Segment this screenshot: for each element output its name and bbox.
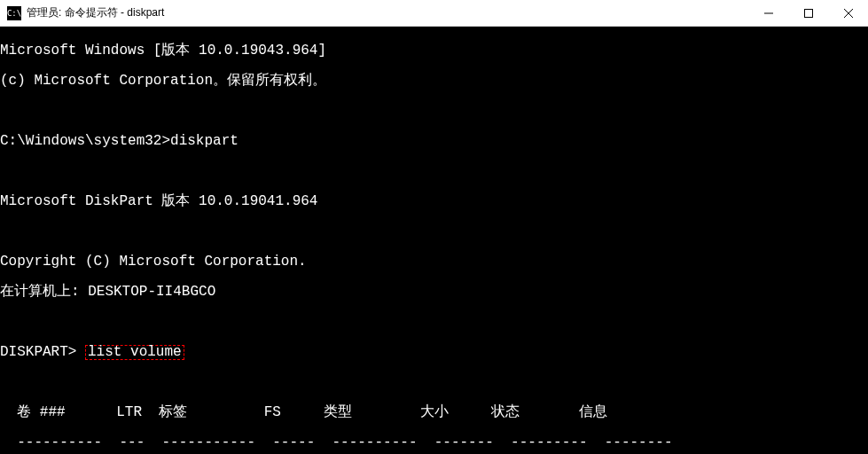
titlebar[interactable]: C:\ 管理员: 命令提示符 - diskpart — [0, 0, 868, 27]
window: C:\ 管理员: 命令提示符 - diskpart Microsoft Wind… — [0, 0, 868, 454]
highlighted-command: list volume — [85, 345, 184, 360]
output-line: Copyright (C) Microsoft Corporation. — [0, 254, 868, 270]
minimize-button[interactable] — [748, 0, 788, 27]
svg-rect-1 — [804, 9, 812, 17]
cmd-icon: C:\ — [7, 6, 21, 20]
output-line: Microsoft Windows [版本 10.0.19043.964] — [0, 43, 868, 59]
output-line: (c) Microsoft Corporation。保留所有权利。 — [0, 74, 868, 89]
window-title: 管理员: 命令提示符 - diskpart — [27, 5, 164, 20]
terminal[interactable]: Microsoft Windows [版本 10.0.19043.964] (c… — [0, 27, 868, 454]
table-divider: ---------- --- ----------- ----- -------… — [0, 435, 868, 450]
close-button[interactable] — [828, 0, 868, 27]
table-header: 卷 ### LTR 标签 FS 类型 大小 状态 信息 — [0, 405, 868, 420]
output-line: 在计算机上: DESKTOP-II4BGCO — [0, 285, 868, 300]
diskpart-prompt: DISKPART> list volume — [0, 345, 868, 360]
output-line: Microsoft DiskPart 版本 10.0.19041.964 — [0, 194, 868, 209]
maximize-button[interactable] — [788, 0, 828, 27]
prompt-line: C:\Windows\system32>diskpart — [0, 134, 868, 149]
